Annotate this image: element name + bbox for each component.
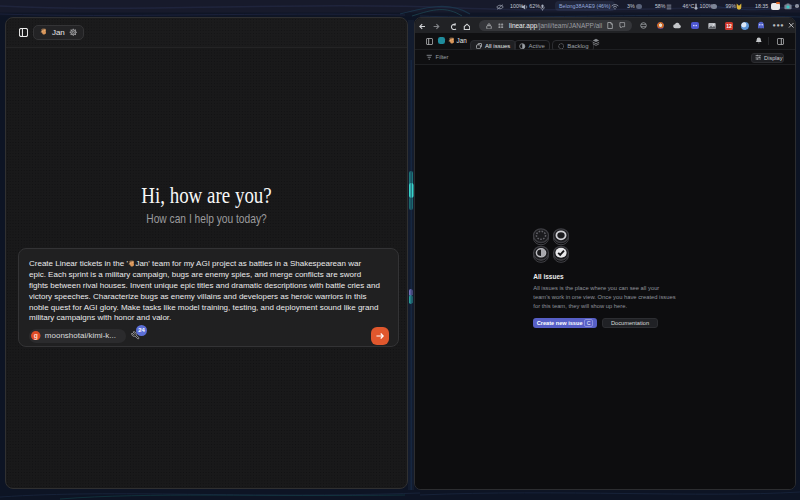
- svg-text:g: g: [34, 332, 38, 340]
